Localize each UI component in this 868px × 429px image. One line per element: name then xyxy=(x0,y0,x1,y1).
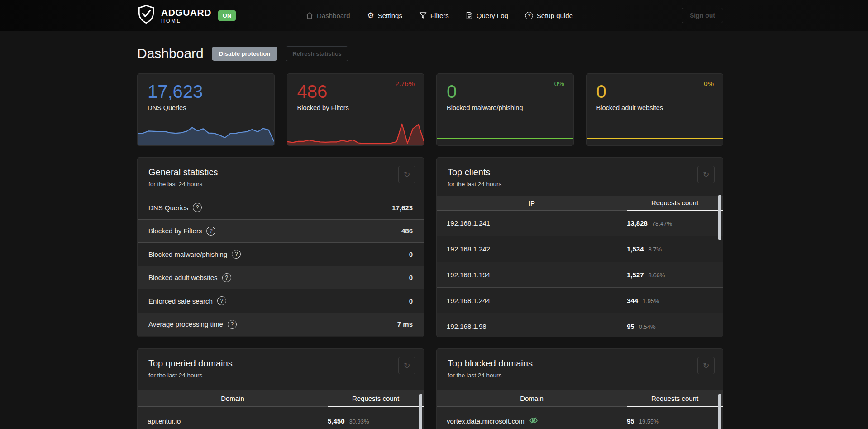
nav-item-settings[interactable]: ⚙ Settings xyxy=(367,0,402,31)
stat-row: Blocked adult websites? 0 xyxy=(138,266,424,289)
client-row: 192.168.1.244 3441.95% xyxy=(437,288,723,313)
scrollbar-thumb[interactable] xyxy=(718,195,721,240)
general-statistics-subtitle: for the last 24 hours xyxy=(148,181,413,188)
stat-row: Average processing time? 7 ms xyxy=(138,313,424,336)
blocked-filters-sparkline xyxy=(287,119,424,145)
top-blocked-table: vortex.data.microsoft.com 9519.55% xyxy=(437,407,723,429)
card-dns-queries: 17,623 DNS Queries xyxy=(137,73,275,146)
general-statistics-title: General statistics xyxy=(148,167,413,178)
help-icon[interactable]: ? xyxy=(232,250,241,259)
general-statistics-list: DNS Queries? 17,623 Blocked by Filters? … xyxy=(138,196,424,336)
blocked-adult-sparkline xyxy=(587,127,723,145)
client-row: 192.168.1.241 13,82878.47% xyxy=(437,211,723,236)
top-blocked-table-header: Domain Requests count xyxy=(437,390,723,407)
brand-name: ADGUARD xyxy=(161,8,211,17)
domain-row: vortex.data.microsoft.com 9519.55% xyxy=(437,407,723,429)
blocked-adult-label: Blocked adult websites xyxy=(596,104,663,111)
top-clients-panel: Top clients for the last 24 hours ↻ IP R… xyxy=(436,157,723,337)
column-header-domain[interactable]: Domain xyxy=(437,390,627,406)
card-blocked-by-filters: 486 2.76% Blocked by Filters xyxy=(287,73,424,146)
dashboard-page: Dashboard Disable protection Refresh sta… xyxy=(137,46,723,429)
document-icon xyxy=(466,12,473,19)
blocked-malware-percent: 0% xyxy=(554,80,564,87)
top-blocked-domains-title: Top blocked domains xyxy=(448,358,712,369)
help-icon[interactable]: ? xyxy=(222,273,231,282)
stat-row: Enforced safe search? 0 xyxy=(138,289,424,313)
card-blocked-adult: 0 0% Blocked adult websites xyxy=(586,73,724,146)
top-navbar: ADGUARD HOME ON Dashboard ⚙ Settings Fil… xyxy=(0,0,868,31)
help-icon[interactable]: ? xyxy=(228,320,237,329)
stat-cards-row: 17,623 DNS Queries 486 2.76% Blocked by … xyxy=(137,73,723,146)
disable-protection-button[interactable]: Disable protection xyxy=(212,47,277,61)
funnel-icon xyxy=(420,12,427,19)
nav-item-filters[interactable]: Filters xyxy=(420,0,449,31)
general-statistics-panel: General statistics for the last 24 hours… xyxy=(137,157,424,337)
nav-item-setup-guide[interactable]: ? Setup guide xyxy=(525,0,573,31)
top-clients-title: Top clients xyxy=(448,167,712,178)
help-icon[interactable]: ? xyxy=(193,203,202,212)
dns-queries-label: DNS Queries xyxy=(148,104,186,111)
protection-status-badge: ON xyxy=(218,10,236,21)
stat-row: DNS Queries? 17,623 xyxy=(138,196,424,219)
help-icon[interactable]: ? xyxy=(206,227,215,236)
top-blocked-domains-subtitle: for the last 24 hours xyxy=(448,372,712,379)
top-clients-subtitle: for the last 24 hours xyxy=(448,181,712,188)
dns-queries-sparkline xyxy=(138,119,274,145)
stat-row: Blocked by Filters? 486 xyxy=(138,219,424,243)
sign-out-button[interactable]: Sign out xyxy=(682,8,723,23)
top-blocked-domains-panel: Top blocked domains for the last 24 hour… xyxy=(436,348,723,429)
top-queried-domains-subtitle: for the last 24 hours xyxy=(148,372,413,379)
refresh-icon[interactable]: ↻ xyxy=(398,166,415,183)
refresh-icon[interactable]: ↻ xyxy=(697,357,715,374)
help-circle-icon: ? xyxy=(525,12,533,19)
column-header-domain[interactable]: Domain xyxy=(138,390,328,406)
brand-sub: HOME xyxy=(161,19,211,24)
top-queried-domains-title: Top queried domains xyxy=(148,358,413,369)
scrollbar-thumb[interactable] xyxy=(419,394,422,429)
nav-item-dashboard[interactable]: Dashboard xyxy=(305,0,350,31)
column-header-requests-count[interactable]: Requests count xyxy=(627,390,723,407)
top-queried-domains-panel: Top queried domains for the last 24 hour… xyxy=(137,348,424,429)
top-queried-table-header: Domain Requests count xyxy=(138,390,424,407)
blocked-malware-sparkline xyxy=(437,127,573,145)
scrollbar-thumb[interactable] xyxy=(718,394,721,429)
client-row: 192.168.1.194 1,5278.66% xyxy=(437,262,723,288)
brand-logo[interactable]: ADGUARD HOME xyxy=(137,5,211,26)
dns-queries-value: 17,623 xyxy=(148,81,264,102)
client-row: 192.168.1.98 950.54% xyxy=(437,313,723,337)
stat-row: Blocked malware/phishing? 0 xyxy=(138,242,424,266)
blocked-adult-percent: 0% xyxy=(704,80,714,87)
help-icon[interactable]: ? xyxy=(217,296,226,305)
gear-icon: ⚙ xyxy=(367,12,374,19)
blocked-filters-link[interactable]: Blocked by Filters xyxy=(297,104,349,111)
main-nav: Dashboard ⚙ Settings Filters Query Log ? xyxy=(305,0,573,31)
column-header-ip[interactable]: IP xyxy=(437,196,627,210)
blocked-filters-percent: 2.76% xyxy=(395,80,415,87)
card-blocked-malware: 0 0% Blocked malware/phishing xyxy=(436,73,574,146)
refresh-statistics-button[interactable]: Refresh statistics xyxy=(286,46,348,61)
blocked-malware-value: 0 xyxy=(447,81,563,102)
top-clients-table: 192.168.1.241 13,82878.47% 192.168.1.242… xyxy=(437,211,723,337)
page-title: Dashboard xyxy=(137,46,204,61)
column-header-requests-count[interactable]: Requests count xyxy=(328,390,424,407)
eye-off-icon[interactable] xyxy=(529,416,538,426)
client-row: 192.168.1.242 1,5348.7% xyxy=(437,236,723,262)
blocked-malware-label: Blocked malware/phishing xyxy=(447,104,523,111)
top-clients-table-header: IP Requests count xyxy=(437,196,723,211)
refresh-icon[interactable]: ↻ xyxy=(398,357,415,374)
home-icon xyxy=(305,12,313,19)
shield-check-icon xyxy=(137,5,155,26)
top-queried-table: api.entur.io 5,45030.93% xyxy=(138,407,424,429)
nav-item-query-log[interactable]: Query Log xyxy=(466,0,508,31)
domain-row: api.entur.io 5,45030.93% xyxy=(138,407,424,429)
column-header-requests-count[interactable]: Requests count xyxy=(627,196,723,211)
blocked-adult-value: 0 xyxy=(596,81,713,102)
refresh-icon[interactable]: ↻ xyxy=(697,166,715,183)
